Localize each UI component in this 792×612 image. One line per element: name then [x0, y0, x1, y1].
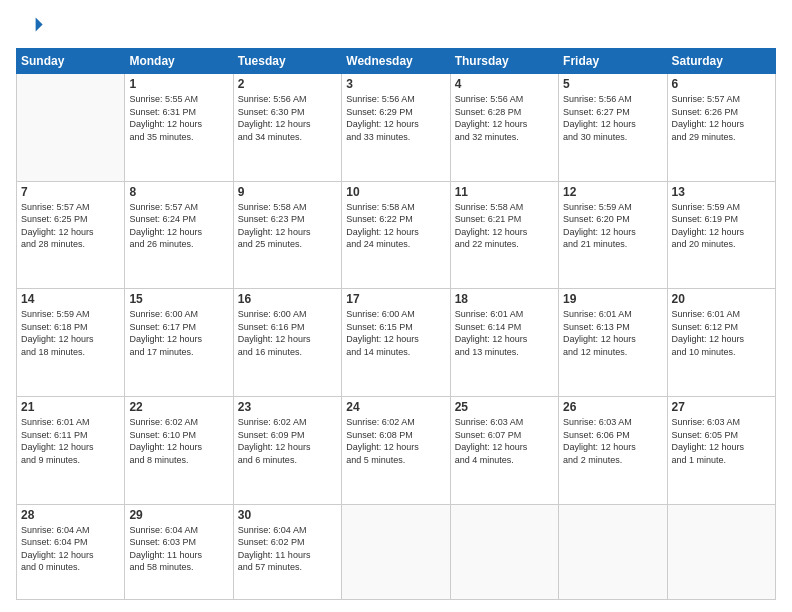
day-number: 30	[238, 508, 337, 522]
day-number: 17	[346, 292, 445, 306]
day-info: Sunrise: 5:59 AM Sunset: 6:19 PM Dayligh…	[672, 201, 771, 251]
weekday-header: Friday	[559, 49, 667, 74]
weekday-header: Sunday	[17, 49, 125, 74]
day-number: 4	[455, 77, 554, 91]
calendar-cell	[667, 504, 775, 599]
day-info: Sunrise: 5:57 AM Sunset: 6:26 PM Dayligh…	[672, 93, 771, 143]
day-number: 19	[563, 292, 662, 306]
day-number: 10	[346, 185, 445, 199]
day-number: 14	[21, 292, 120, 306]
day-info: Sunrise: 6:04 AM Sunset: 6:02 PM Dayligh…	[238, 524, 337, 574]
day-info: Sunrise: 6:01 AM Sunset: 6:12 PM Dayligh…	[672, 308, 771, 358]
day-number: 16	[238, 292, 337, 306]
day-number: 7	[21, 185, 120, 199]
day-info: Sunrise: 5:58 AM Sunset: 6:22 PM Dayligh…	[346, 201, 445, 251]
day-number: 13	[672, 185, 771, 199]
calendar-week-row: 1Sunrise: 5:55 AM Sunset: 6:31 PM Daylig…	[17, 74, 776, 182]
day-number: 20	[672, 292, 771, 306]
calendar-cell: 16Sunrise: 6:00 AM Sunset: 6:16 PM Dayli…	[233, 289, 341, 397]
day-number: 23	[238, 400, 337, 414]
day-info: Sunrise: 5:56 AM Sunset: 6:28 PM Dayligh…	[455, 93, 554, 143]
day-info: Sunrise: 6:00 AM Sunset: 6:17 PM Dayligh…	[129, 308, 228, 358]
day-info: Sunrise: 5:56 AM Sunset: 6:30 PM Dayligh…	[238, 93, 337, 143]
weekday-header: Wednesday	[342, 49, 450, 74]
calendar-cell: 7Sunrise: 5:57 AM Sunset: 6:25 PM Daylig…	[17, 181, 125, 289]
day-info: Sunrise: 6:04 AM Sunset: 6:03 PM Dayligh…	[129, 524, 228, 574]
day-number: 26	[563, 400, 662, 414]
calendar-cell: 28Sunrise: 6:04 AM Sunset: 6:04 PM Dayli…	[17, 504, 125, 599]
day-number: 1	[129, 77, 228, 91]
calendar-cell: 22Sunrise: 6:02 AM Sunset: 6:10 PM Dayli…	[125, 396, 233, 504]
calendar-cell: 14Sunrise: 5:59 AM Sunset: 6:18 PM Dayli…	[17, 289, 125, 397]
calendar-week-row: 14Sunrise: 5:59 AM Sunset: 6:18 PM Dayli…	[17, 289, 776, 397]
weekday-header-row: SundayMondayTuesdayWednesdayThursdayFrid…	[17, 49, 776, 74]
page: SundayMondayTuesdayWednesdayThursdayFrid…	[0, 0, 792, 612]
day-number: 5	[563, 77, 662, 91]
calendar-week-row: 28Sunrise: 6:04 AM Sunset: 6:04 PM Dayli…	[17, 504, 776, 599]
calendar-cell: 30Sunrise: 6:04 AM Sunset: 6:02 PM Dayli…	[233, 504, 341, 599]
weekday-header: Thursday	[450, 49, 558, 74]
calendar-cell: 13Sunrise: 5:59 AM Sunset: 6:19 PM Dayli…	[667, 181, 775, 289]
calendar-cell: 10Sunrise: 5:58 AM Sunset: 6:22 PM Dayli…	[342, 181, 450, 289]
day-number: 6	[672, 77, 771, 91]
calendar-cell: 21Sunrise: 6:01 AM Sunset: 6:11 PM Dayli…	[17, 396, 125, 504]
day-number: 2	[238, 77, 337, 91]
calendar-cell: 2Sunrise: 5:56 AM Sunset: 6:30 PM Daylig…	[233, 74, 341, 182]
day-info: Sunrise: 6:02 AM Sunset: 6:10 PM Dayligh…	[129, 416, 228, 466]
day-number: 21	[21, 400, 120, 414]
calendar-table: SundayMondayTuesdayWednesdayThursdayFrid…	[16, 48, 776, 600]
day-info: Sunrise: 6:02 AM Sunset: 6:08 PM Dayligh…	[346, 416, 445, 466]
day-info: Sunrise: 5:58 AM Sunset: 6:21 PM Dayligh…	[455, 201, 554, 251]
calendar-cell: 3Sunrise: 5:56 AM Sunset: 6:29 PM Daylig…	[342, 74, 450, 182]
day-info: Sunrise: 6:03 AM Sunset: 6:06 PM Dayligh…	[563, 416, 662, 466]
day-info: Sunrise: 6:00 AM Sunset: 6:16 PM Dayligh…	[238, 308, 337, 358]
day-number: 22	[129, 400, 228, 414]
day-info: Sunrise: 5:56 AM Sunset: 6:29 PM Dayligh…	[346, 93, 445, 143]
day-info: Sunrise: 6:03 AM Sunset: 6:07 PM Dayligh…	[455, 416, 554, 466]
day-info: Sunrise: 6:01 AM Sunset: 6:14 PM Dayligh…	[455, 308, 554, 358]
calendar-cell: 24Sunrise: 6:02 AM Sunset: 6:08 PM Dayli…	[342, 396, 450, 504]
day-number: 8	[129, 185, 228, 199]
calendar-cell: 18Sunrise: 6:01 AM Sunset: 6:14 PM Dayli…	[450, 289, 558, 397]
day-number: 11	[455, 185, 554, 199]
weekday-header: Tuesday	[233, 49, 341, 74]
day-number: 3	[346, 77, 445, 91]
day-info: Sunrise: 6:00 AM Sunset: 6:15 PM Dayligh…	[346, 308, 445, 358]
day-number: 9	[238, 185, 337, 199]
calendar-cell: 6Sunrise: 5:57 AM Sunset: 6:26 PM Daylig…	[667, 74, 775, 182]
day-number: 15	[129, 292, 228, 306]
calendar-cell: 12Sunrise: 5:59 AM Sunset: 6:20 PM Dayli…	[559, 181, 667, 289]
weekday-header: Monday	[125, 49, 233, 74]
calendar-cell	[450, 504, 558, 599]
calendar-cell: 1Sunrise: 5:55 AM Sunset: 6:31 PM Daylig…	[125, 74, 233, 182]
day-info: Sunrise: 5:59 AM Sunset: 6:20 PM Dayligh…	[563, 201, 662, 251]
day-number: 27	[672, 400, 771, 414]
calendar-cell: 19Sunrise: 6:01 AM Sunset: 6:13 PM Dayli…	[559, 289, 667, 397]
header	[16, 12, 776, 40]
day-number: 18	[455, 292, 554, 306]
calendar-cell: 9Sunrise: 5:58 AM Sunset: 6:23 PM Daylig…	[233, 181, 341, 289]
calendar-cell: 5Sunrise: 5:56 AM Sunset: 6:27 PM Daylig…	[559, 74, 667, 182]
calendar-week-row: 21Sunrise: 6:01 AM Sunset: 6:11 PM Dayli…	[17, 396, 776, 504]
day-info: Sunrise: 5:57 AM Sunset: 6:24 PM Dayligh…	[129, 201, 228, 251]
day-info: Sunrise: 6:04 AM Sunset: 6:04 PM Dayligh…	[21, 524, 120, 574]
day-info: Sunrise: 6:02 AM Sunset: 6:09 PM Dayligh…	[238, 416, 337, 466]
calendar-cell: 27Sunrise: 6:03 AM Sunset: 6:05 PM Dayli…	[667, 396, 775, 504]
day-info: Sunrise: 5:55 AM Sunset: 6:31 PM Dayligh…	[129, 93, 228, 143]
calendar-cell: 17Sunrise: 6:00 AM Sunset: 6:15 PM Dayli…	[342, 289, 450, 397]
calendar-cell: 29Sunrise: 6:04 AM Sunset: 6:03 PM Dayli…	[125, 504, 233, 599]
calendar-cell: 20Sunrise: 6:01 AM Sunset: 6:12 PM Dayli…	[667, 289, 775, 397]
day-number: 25	[455, 400, 554, 414]
day-info: Sunrise: 5:57 AM Sunset: 6:25 PM Dayligh…	[21, 201, 120, 251]
calendar-cell: 8Sunrise: 5:57 AM Sunset: 6:24 PM Daylig…	[125, 181, 233, 289]
calendar-cell	[17, 74, 125, 182]
day-info: Sunrise: 6:01 AM Sunset: 6:11 PM Dayligh…	[21, 416, 120, 466]
day-info: Sunrise: 5:58 AM Sunset: 6:23 PM Dayligh…	[238, 201, 337, 251]
calendar-cell: 15Sunrise: 6:00 AM Sunset: 6:17 PM Dayli…	[125, 289, 233, 397]
day-number: 24	[346, 400, 445, 414]
calendar-cell: 4Sunrise: 5:56 AM Sunset: 6:28 PM Daylig…	[450, 74, 558, 182]
day-info: Sunrise: 5:59 AM Sunset: 6:18 PM Dayligh…	[21, 308, 120, 358]
calendar-cell	[559, 504, 667, 599]
day-number: 28	[21, 508, 120, 522]
day-info: Sunrise: 5:56 AM Sunset: 6:27 PM Dayligh…	[563, 93, 662, 143]
